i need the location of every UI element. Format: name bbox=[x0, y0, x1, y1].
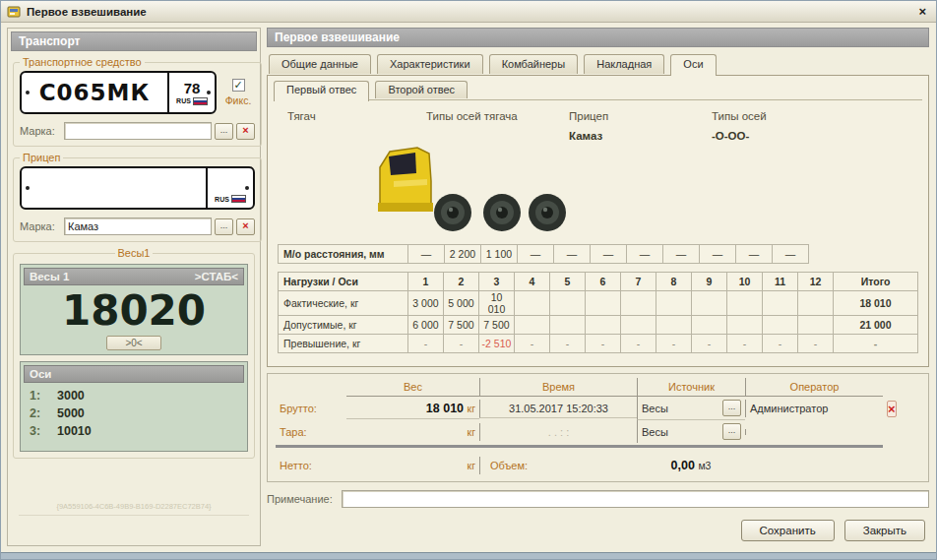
trailer-brand-input[interactable] bbox=[64, 218, 212, 235]
vehicle-brand-clear-button[interactable]: × bbox=[236, 123, 255, 140]
load-cell: - bbox=[727, 335, 763, 353]
transport-panel: Транспорт Транспортное средство С065МК 7… bbox=[7, 28, 261, 546]
distance-cell[interactable]: — bbox=[736, 245, 773, 264]
load-cell: - bbox=[798, 335, 834, 353]
loads-header-cell: 9 bbox=[692, 273, 727, 291]
save-button[interactable]: Сохранить bbox=[741, 520, 835, 541]
vehicle-plate-field[interactable]: С065МК 78 RUS bbox=[20, 71, 217, 114]
load-cell: - bbox=[656, 335, 692, 353]
load-cell: - bbox=[408, 335, 444, 353]
time-column-header: Время bbox=[479, 378, 637, 397]
spacer bbox=[883, 429, 922, 435]
scale-group-legend: Весы1 bbox=[115, 247, 154, 259]
tab-combiners[interactable]: Комбайнеры bbox=[489, 54, 579, 74]
vehicle-brand-input[interactable] bbox=[64, 122, 212, 140]
tab-general[interactable]: Общие данные bbox=[269, 54, 371, 74]
vehicle-plate-number[interactable]: С065МК bbox=[39, 80, 151, 105]
trailer-brand-clear-button[interactable]: × bbox=[236, 218, 255, 235]
title-bar: Первое взвешивание × bbox=[1, 1, 936, 23]
weight-column-header: Вес bbox=[346, 378, 479, 397]
weighing-panel: Первое взвешивание Общие данные Характер… bbox=[267, 28, 929, 546]
vehicle-group-legend: Транспортное средство bbox=[20, 56, 145, 68]
loads-header-cell: Итого bbox=[834, 273, 918, 291]
load-cell bbox=[763, 291, 798, 316]
close-button[interactable]: Закрыть bbox=[844, 520, 925, 541]
vehicle-brand-browse-button[interactable]: ... bbox=[215, 123, 233, 140]
volume-value: 0,00 м3 bbox=[637, 456, 745, 475]
weigh-subtabs: Первый отвес Второй отвес bbox=[274, 80, 922, 100]
load-cell bbox=[550, 291, 586, 316]
tab-characteristics[interactable]: Характеристики bbox=[377, 54, 483, 74]
load-cell: 3 000 bbox=[408, 291, 444, 316]
wheel-icon bbox=[434, 194, 471, 231]
load-cell: - bbox=[763, 335, 798, 353]
close-window-button[interactable]: × bbox=[914, 4, 930, 19]
loads-header-cell: 12 bbox=[798, 273, 834, 291]
loads-header-cell: 11 bbox=[763, 273, 798, 291]
weights-summary: Вес Время Источник Оператор Брутто: 18 0… bbox=[267, 373, 929, 482]
axle-weight-item: 3: 10010 bbox=[30, 422, 238, 440]
distance-cell[interactable]: 1 100 bbox=[481, 245, 518, 264]
distance-cell[interactable]: — bbox=[700, 245, 736, 264]
distance-cell[interactable]: 2 200 bbox=[445, 245, 481, 264]
fix-checkbox[interactable]: ✓ bbox=[232, 79, 245, 92]
vehicle-plate-region-box[interactable]: 78 RUS bbox=[167, 73, 215, 112]
wheel-icon bbox=[529, 194, 566, 231]
vehicle-plate-region[interactable]: 78 bbox=[184, 81, 201, 95]
transport-panel-header: Транспорт bbox=[11, 31, 257, 51]
axle-distances-row: М/о расстояния, мм — 2 200 1 100 — — — —… bbox=[278, 244, 809, 264]
trailer-label: Прицеп bbox=[569, 110, 712, 122]
load-cell: 7 500 bbox=[444, 316, 479, 335]
distance-cell[interactable]: — bbox=[408, 245, 445, 264]
gross-label: Брутто: bbox=[276, 400, 346, 417]
wheel-icon bbox=[483, 194, 521, 231]
vehicle-brand-label: Марка: bbox=[20, 125, 61, 137]
row-label: Допустимые, кг bbox=[279, 316, 408, 335]
tab-axes[interactable]: Оси bbox=[670, 54, 716, 76]
distance-cell[interactable]: — bbox=[554, 245, 591, 264]
loads-header-cell: 1 bbox=[408, 273, 444, 291]
axle-weight-item: 1: 3000 bbox=[30, 387, 238, 404]
load-cell bbox=[727, 291, 763, 316]
row-total: - bbox=[834, 335, 918, 353]
trailer-plate-region-box[interactable]: RUS bbox=[206, 168, 253, 208]
actual-loads-row: Фактические, кг 3 000 5 000 10 010 bbox=[279, 291, 918, 316]
load-cell bbox=[798, 291, 834, 316]
distance-cell[interactable]: — bbox=[773, 245, 809, 264]
tab-invoice[interactable]: Накладная bbox=[584, 54, 664, 74]
distance-cell[interactable]: — bbox=[627, 245, 663, 264]
load-cell-excess: -2 510 bbox=[479, 335, 515, 353]
divider bbox=[276, 445, 346, 454]
subtab-first-weigh[interactable]: Первый отвес bbox=[274, 81, 369, 101]
row-label: Превышение, кг bbox=[279, 335, 408, 353]
trailer-brand-browse-button[interactable]: ... bbox=[215, 218, 233, 235]
gross-source-browse-button[interactable]: ... bbox=[722, 400, 741, 416]
delete-gross-button[interactable]: × bbox=[887, 401, 897, 417]
distance-cell[interactable]: — bbox=[518, 245, 554, 264]
trailer-group: Прицеп RUS Марк bbox=[13, 152, 262, 242]
loads-header-cell: Нагрузки / Оси bbox=[279, 273, 408, 291]
load-cell bbox=[550, 316, 586, 335]
load-cell bbox=[586, 291, 621, 316]
subtab-second-weigh[interactable]: Второй отвес bbox=[375, 81, 468, 98]
note-input[interactable] bbox=[342, 490, 929, 508]
tare-value: кг bbox=[346, 422, 479, 442]
distance-cell[interactable]: — bbox=[591, 245, 627, 264]
axle-weight: 3000 bbox=[57, 387, 85, 404]
fix-checkbox-label: Фикс. bbox=[225, 94, 252, 106]
scale-stable-indicator: >СТАБ< bbox=[195, 271, 238, 282]
scale-zero-button[interactable]: >0< bbox=[106, 336, 160, 350]
load-cell bbox=[515, 291, 550, 316]
axes-tab-content: Первый отвес Второй отвес Тягач Типы осе… bbox=[267, 75, 929, 367]
truck-icon bbox=[372, 142, 579, 238]
load-cell: - bbox=[515, 335, 550, 353]
vehicle-plate-main[interactable]: С065МК bbox=[22, 73, 167, 112]
trailer-brand-label: Марка: bbox=[20, 220, 61, 232]
distance-cell[interactable]: — bbox=[663, 245, 700, 264]
trailer-plate-main[interactable] bbox=[22, 168, 206, 208]
gross-time: 31.05.2017 15:20:33 bbox=[479, 400, 637, 418]
tare-source-browse-button[interactable]: ... bbox=[722, 423, 741, 440]
gross-unit: кг bbox=[468, 403, 475, 414]
trailer-plate-field[interactable]: RUS bbox=[20, 166, 255, 210]
axle-weight-item: 2: 5000 bbox=[30, 404, 238, 422]
